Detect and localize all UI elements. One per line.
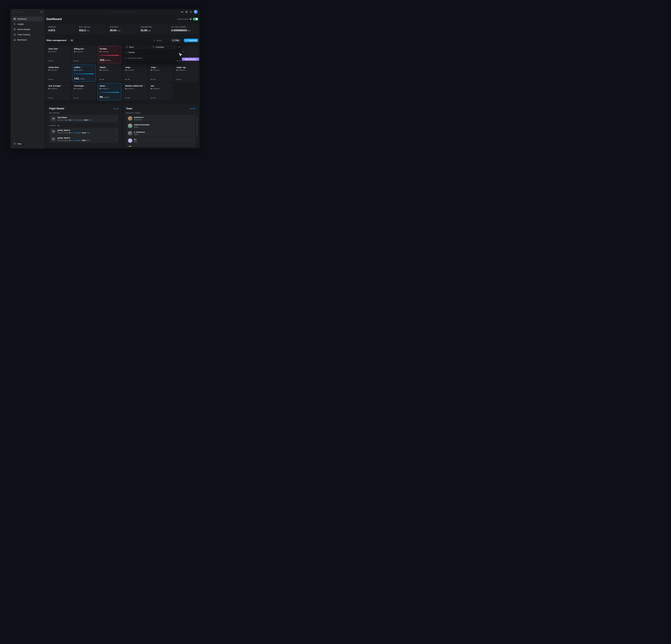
site-card[interactable]: Stacks›0containers — [98, 65, 122, 82]
site-card-name-row: s19Pro› — [74, 66, 94, 68]
flight-sheets-see-all[interactable]: See all — [113, 107, 118, 110]
site-card[interactable]: wemu›5containers90.29 TH/s — [98, 83, 122, 100]
team-member-row[interactable]: a_meshkovaAdmin — [126, 130, 195, 137]
add-circle-icon[interactable] — [185, 11, 188, 13]
stat-value-line: 15.85MW — [140, 29, 165, 32]
sidebar-item-ticket-tracking[interactable]: Ticket Tracking — [12, 32, 43, 37]
site-card[interactable]: Workers delete test›0containers — [123, 83, 147, 100]
site-card-name: stoge_reg — [176, 66, 186, 68]
sidebar-item-help[interactable]: Help — [12, 141, 43, 146]
learn-about-sorting-link[interactable]: Learn about sorting — [127, 57, 142, 59]
create-site-button[interactable]: Create site — [184, 39, 198, 42]
search-box — [152, 39, 169, 42]
chevron-right-icon: › — [155, 85, 156, 87]
chevron-right-icon: › — [60, 66, 61, 68]
team-see-all[interactable]: See all — [190, 107, 195, 110]
question-circle-icon — [125, 57, 127, 59]
team-scrollbar[interactable] — [197, 116, 197, 137]
flight-sheet-name: privat_client 2 — [58, 129, 90, 131]
close-icon[interactable] — [178, 46, 180, 48]
team-member-row[interactable]: iozTech — [126, 137, 195, 144]
filter-button[interactable]: Filter — [171, 39, 181, 42]
site-card[interactable]: ozOne farm›0containers — [46, 65, 70, 82]
member-role: Teach lead — [134, 119, 143, 120]
team-member-row[interactable]: Andrii KononenkoAdmin — [126, 123, 195, 129]
chevron-right-icon: › — [62, 85, 63, 87]
flight-sheet-row[interactable]: TCprivat_client 2Workers online: 2 of 2 … — [49, 128, 118, 135]
team-panel: Team See all RECENTLY ADDED autotests 3T… — [123, 105, 198, 147]
stat-card: DAILY SHA-256553.2PH/s — [77, 25, 106, 34]
add-filter-button[interactable]: + Add filter — [125, 50, 137, 54]
member-name: Andrii Kononenko — [134, 124, 150, 126]
sort-direction-value: Ascending — [156, 46, 164, 48]
site-card[interactable]: s19Pro›6containers142.3 PH/s — [72, 65, 96, 82]
member-name: autotests 3 — [134, 116, 143, 118]
flight-sheet-stats: Workers online: 2 of 2 Hashrate: 191,8 T… — [58, 132, 90, 134]
site-card-name: ww — [151, 85, 154, 87]
sidebar-item-warehouse[interactable]: Warehouse — [12, 37, 43, 42]
flight-sheet-row[interactable]: TCprivat_client 3Workers online: 2 of 2 … — [49, 136, 118, 143]
sidebar-collapse-icon[interactable] — [40, 11, 43, 13]
stat-value-line: 4.973 — [48, 29, 73, 32]
site-card[interactable]: stoge›0containers — [123, 65, 147, 82]
broadcast-icon[interactable] — [181, 11, 183, 13]
report-icon — [13, 28, 16, 30]
site-card-name-row: Asics Test› — [49, 48, 68, 50]
hashrate-progress-bar — [100, 92, 119, 93]
sidebar-item-dashboard[interactable]: Dashboard — [12, 16, 43, 21]
chevron-right-icon: › — [183, 48, 183, 50]
sidebar-item-insights[interactable]: Insights — [12, 22, 43, 27]
site-card-hashrate-unit: 29 TH/s — [104, 96, 110, 98]
site-card[interactable]: Fat Man›2containers410.8 PH/s — [98, 46, 122, 63]
site-card-name: ozOne farm — [49, 66, 59, 68]
sort-field-select[interactable]: Name — [125, 45, 150, 49]
sort-direction-select[interactable]: Ascending — [151, 45, 177, 49]
stat-value: 15.85 — [140, 29, 147, 32]
app-title: HIVEON OS ENTERPRISE — [45, 11, 200, 13]
chevron-right-icon: › — [85, 85, 86, 87]
stat-unit: J/TH — [117, 30, 121, 31]
hashrate-progress-bar — [74, 74, 94, 74]
user-avatar[interactable] — [194, 10, 198, 14]
plus-circle-icon — [185, 39, 187, 41]
chevron-right-icon: › — [107, 66, 108, 68]
site-card-name: wemu — [100, 85, 105, 87]
site-card-name-row: Fat Man› — [100, 48, 119, 50]
sidebar-item-label: Insights — [17, 23, 24, 25]
site-card-containers: 5containers — [100, 88, 119, 90]
team-member-row[interactable]: autotests 3Teach lead — [126, 115, 195, 122]
team-title: Team — [126, 107, 132, 110]
site-card[interactable]: Billing test›0containers — [72, 46, 96, 63]
topbar: HIVEON OS ENTERPRISE — [45, 9, 200, 15]
site-card-hashrate: 142.3 PH/s — [74, 77, 85, 80]
team-member-row[interactable]: om_hiveon — [126, 144, 195, 147]
sites-header: Sites management 16 Filter — [46, 39, 198, 42]
stat-card: WORKERS4.973 — [46, 25, 75, 34]
flight-sheet-row[interactable]: TCTest ClientWorkers online: 14 of 14 Ha… — [49, 115, 118, 123]
member-role: Tech — [134, 141, 137, 143]
no-data-dashes — [176, 79, 181, 80]
site-card[interactable]: Test 12 Kogor›0containers — [46, 83, 70, 100]
help-chat-icon — [13, 143, 16, 145]
site-card[interactable]: stoge_reg›0containers — [174, 65, 198, 82]
power-control-toggle[interactable] — [193, 17, 198, 21]
site-card[interactable]: ww›0containers — [149, 83, 173, 100]
field-icon — [126, 46, 128, 48]
info-icon[interactable]: i — [190, 18, 192, 20]
chevron-right-icon: › — [116, 117, 117, 120]
site-card[interactable]: Asics Test›1container — [46, 46, 70, 63]
apps-grid-icon[interactable] — [190, 11, 192, 13]
collaborator-name-tag: Mark Perston — [182, 57, 199, 61]
chevron-right-icon: › — [132, 66, 132, 68]
no-data-dashes — [74, 98, 79, 98]
flight-sheet-info: Test ClientWorkers online: 14 of 14 Hash… — [58, 116, 92, 121]
sidebar-item-label: Recent Reports — [17, 28, 30, 30]
member-avatar — [128, 124, 132, 128]
site-card-name-row: stoge› — [151, 66, 170, 68]
flight-sheets-panel: Flight Sheets See all SELF-MINING TCTest… — [46, 105, 121, 147]
chevron-right-icon: › — [116, 130, 117, 133]
sidebar-item-recent-reports[interactable]: Recent Reports — [12, 27, 43, 32]
site-card[interactable]: stoge›0containers — [149, 65, 173, 82]
site-card[interactable]: Test Kogor›0containers — [72, 83, 96, 100]
search-input[interactable] — [156, 39, 168, 42]
